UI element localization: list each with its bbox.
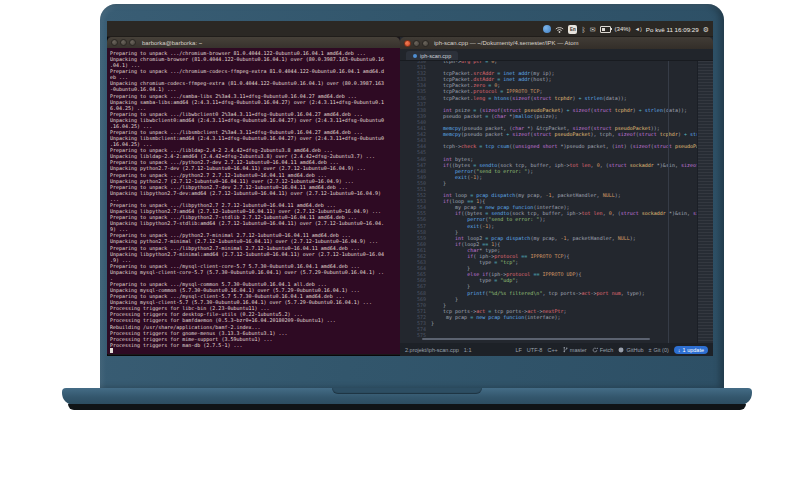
terminal-line: Unpacking libsmbclient:amd64 (2:4.3.11+d… — [110, 135, 400, 141]
bluetooth-icon[interactable]: ᛒ — [581, 26, 585, 33]
terminal-line: Unpacking mysql-client-core-5.7 (5.7.30-… — [110, 269, 400, 275]
wifi-icon[interactable] — [555, 26, 564, 33]
wrap-guide — [668, 61, 669, 343]
status-github[interactable]: GitHub — [618, 347, 643, 353]
terminal-window: barborka@barborka: ~ Preparing to unpack… — [107, 37, 400, 354]
terminal-line: Preparing to unpack .../chromium-codecs-… — [110, 68, 400, 74]
status-git-branch[interactable]: master — [563, 346, 587, 353]
app-indicator-icon[interactable] — [543, 25, 551, 33]
terminal-line: Preparing to unpack .../mysql-client-cor… — [110, 263, 400, 269]
terminal-line: Preparing to unpack .../libwbclient0_2%3… — [110, 111, 400, 117]
horizontal-scrollbar[interactable] — [422, 338, 650, 340]
status-git-changes[interactable]: ± Git (0) — [649, 347, 669, 353]
cpp-file-icon — [413, 54, 417, 58]
status-file-path[interactable]: 2.projekt/iph-scan.cpp — [405, 347, 459, 353]
diff-icon: ± — [649, 347, 652, 353]
window-close-button[interactable] — [111, 39, 118, 46]
status-encoding[interactable]: UTF-8 — [527, 347, 543, 353]
terminal-line: Unpacking libwbclient0:amd64 (2:4.3.11+d… — [110, 117, 400, 123]
window-close-button[interactable] — [404, 40, 411, 47]
terminal-title: barborka@barborka: ~ — [142, 40, 202, 46]
terminal-line: Unpacking libpython2.7-minimal:amd64 (2.… — [110, 251, 400, 257]
window-minimize-button[interactable] — [120, 39, 127, 46]
atom-window: iph-scan.cpp — ~/Dokumenty/4.semester/IP… — [400, 37, 713, 356]
atom-titlebar[interactable]: iph-scan.cpp — ~/Dokumenty/4.semester/IP… — [400, 37, 713, 49]
download-icon: ↓ — [678, 347, 681, 353]
terminal-line: Preparing to unpack .../samba-libs_2%3a4… — [110, 93, 400, 99]
battery-icon[interactable] — [600, 26, 611, 33]
keyboard-layout-indicator[interactable]: En — [568, 25, 577, 34]
status-cursor-position[interactable]: 1:1 — [464, 347, 472, 353]
status-language[interactable]: C++ — [547, 347, 557, 353]
code-lines: 530 tcph->urg_ptr = 0;531532 tcpPacket.s… — [400, 61, 713, 338]
terminal-line: Unpacking libpython2.7-stdlib:amd64 (2.7… — [110, 220, 400, 226]
status-fetch[interactable]: Fetch — [592, 347, 614, 353]
system-tray: En ᛒ ✉ (34%) ◄) Po kvě 11 16:09:29 ⚙ — [543, 21, 709, 37]
tab-iph-scan-cpp[interactable]: iph-scan.cpp — [406, 51, 458, 60]
laptop-base — [62, 388, 752, 405]
branch-icon — [563, 346, 568, 353]
terminal-body[interactable]: Preparing to unpack .../chromium-browser… — [107, 48, 400, 354]
sync-icon — [592, 347, 598, 353]
terminal-titlebar[interactable]: barborka@barborka: ~ — [107, 37, 400, 48]
github-icon — [618, 347, 624, 353]
terminal-line: Unpacking libpython2.7-dev:amd64 (2.7.12… — [110, 190, 400, 196]
desktop-screen: En ᛒ ✉ (34%) ◄) Po kvě 11 16:09:29 ⚙ bar… — [107, 21, 713, 356]
terminal-line: Preparing to unpack .../libpython2.7-min… — [110, 245, 400, 251]
laptop-base-shadow — [68, 404, 746, 410]
terminal-line: Unpacking samba-libs:amd64 (2:4.3.11+dfs… — [110, 99, 400, 105]
terminal-line: Unpacking chromium-browser (81.0.4044.12… — [110, 56, 400, 62]
laptop-mockup: En ᛒ ✉ (34%) ◄) Po kvě 11 16:09:29 ⚙ bar… — [0, 0, 800, 477]
clock[interactable]: Po kvě 11 16:09:29 — [646, 26, 699, 33]
atom-title: iph-scan.cpp — ~/Dokumenty/4.semester/IP… — [434, 40, 579, 46]
code-editor[interactable]: 530 tcph->urg_ptr = 0;531532 tcpPacket.s… — [400, 61, 713, 343]
ubuntu-top-panel: En ᛒ ✉ (34%) ◄) Po kvě 11 16:09:29 ⚙ — [107, 21, 713, 37]
terminal-line: Unpacking python2.7-dev (2.7.12-1ubuntu0… — [110, 165, 400, 171]
terminal-cursor — [110, 348, 113, 353]
terminal-line: Unpacking python2.7-minimal (2.7.12-1ubu… — [110, 238, 400, 244]
terminal-cursor-line — [110, 348, 400, 354]
tab-bar: iph-scan.cpp — [400, 49, 713, 61]
update-badge[interactable]: ↓ 1 update — [674, 346, 708, 354]
volume-icon[interactable]: ◄) — [635, 26, 642, 33]
minimap[interactable] — [697, 61, 713, 343]
status-bar: 2.projekt/iph-scan.cpp 1:1 LF UTF-8 C++ … — [400, 343, 713, 356]
gear-icon[interactable]: ⚙ — [703, 26, 709, 33]
laptop-base-notch — [332, 388, 482, 394]
tab-label: iph-scan.cpp — [420, 53, 451, 59]
window-minimize-button[interactable] — [413, 40, 420, 47]
window-maximize-button[interactable] — [129, 39, 136, 46]
mail-icon[interactable]: ✉ — [590, 26, 596, 33]
battery-percentage: (34%) — [615, 26, 631, 32]
window-maximize-button[interactable] — [422, 40, 429, 47]
status-line-ending[interactable]: LF — [515, 347, 521, 353]
